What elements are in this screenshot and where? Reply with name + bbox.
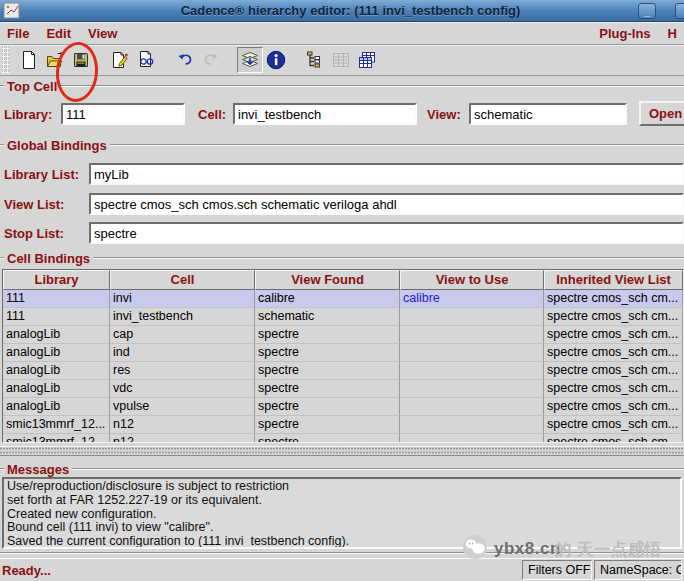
cell-library[interactable]: analogLib: [3, 380, 110, 398]
new-file-button[interactable]: [16, 47, 42, 73]
menu-item[interactable]: View: [88, 26, 117, 41]
cell-library[interactable]: analogLib: [3, 362, 110, 380]
tree-view-icon: [305, 50, 325, 70]
cell-view-found[interactable]: spectre: [255, 326, 400, 344]
edit-cellview-button[interactable]: [107, 47, 133, 73]
stop-list-input[interactable]: [89, 222, 684, 244]
cell-view-to-use[interactable]: [400, 344, 544, 362]
column-header[interactable]: Cell: [110, 270, 255, 290]
bottom-divider: [0, 552, 684, 554]
cell-view-found[interactable]: spectre: [255, 398, 400, 416]
top-cell-section-header: Top Cell: [0, 79, 684, 93]
update-hierarchy-button[interactable]: [237, 47, 263, 73]
cell-bindings-table[interactable]: Library Cell View Found View to Use Inhe…: [2, 269, 684, 443]
menu-item-right[interactable]: H: [668, 26, 677, 41]
cellview-table-button[interactable]: [354, 47, 380, 73]
window-title: Cadence® hierarchy editor: (111 invi_tes…: [20, 3, 681, 18]
cell-view-found[interactable]: calibre: [255, 290, 400, 308]
cell-cell[interactable]: vpulse: [110, 398, 255, 416]
cell-inherited-view-list[interactable]: spectre cmos_sch cm...: [544, 362, 683, 380]
redo-icon: [201, 50, 221, 70]
cell-cell[interactable]: vdc: [110, 380, 255, 398]
minimize-button[interactable]: _: [638, 3, 656, 19]
cell-view-to-use[interactable]: [400, 434, 544, 443]
cell-library[interactable]: analogLib: [3, 326, 110, 344]
cell-view-found[interactable]: schematic: [255, 308, 400, 326]
toolbar-grip[interactable]: [2, 47, 9, 73]
cell-view-to-use[interactable]: [400, 362, 544, 380]
save-button[interactable]: [68, 47, 94, 73]
messages-section-header: Messages: [0, 462, 684, 476]
message-line: Use/reproduction/disclosure is subject t…: [7, 480, 677, 494]
cell-inherited-view-list[interactable]: spectre cmos_sch cm...: [544, 308, 683, 326]
column-header[interactable]: View Found: [255, 270, 400, 290]
cell-view-to-use[interactable]: [400, 416, 544, 434]
cadence-hierarchy-editor-window: Cadence® hierarchy editor: (111 invi_tes…: [0, 0, 684, 581]
undo-button[interactable]: [172, 47, 198, 73]
cell-cell[interactable]: res: [110, 362, 255, 380]
filters-status[interactable]: Filters OFF: [522, 560, 592, 580]
status-ready-text: Ready...: [2, 563, 51, 578]
cell-library[interactable]: 111: [3, 308, 110, 326]
cell-library[interactable]: analogLib: [3, 344, 110, 362]
cell-view-to-use[interactable]: [400, 326, 544, 344]
view-cellview-button[interactable]: [133, 47, 159, 73]
open-file-button[interactable]: [42, 47, 68, 73]
cell-inherited-view-list[interactable]: spectre cmos_sch cm...: [544, 416, 683, 434]
cell-inherited-view-list[interactable]: spectre cmos_sch cm...: [544, 290, 683, 308]
cell-library[interactable]: smic13mmrf_12...: [3, 416, 110, 434]
cell-view-found[interactable]: spectre: [255, 344, 400, 362]
cell-cell[interactable]: invi_testbench: [110, 308, 255, 326]
cell-inherited-view-list[interactable]: spectre cmos_sch cm...: [544, 344, 683, 362]
cell-inherited-view-list[interactable]: spectre cmos_sch cm...: [544, 380, 683, 398]
cell-library[interactable]: 111: [3, 290, 110, 308]
view-cellview-icon: [136, 50, 156, 70]
column-header[interactable]: Inherited View List: [544, 270, 683, 290]
stop-list-label: Stop List:: [4, 226, 64, 241]
column-header[interactable]: View to Use: [400, 270, 544, 290]
menu-item[interactable]: Edit: [46, 26, 71, 41]
redo-button[interactable]: [198, 47, 224, 73]
library-list-input[interactable]: [89, 163, 684, 185]
global-bindings-section-header: Global Bindings: [0, 138, 684, 152]
cell-cell[interactable]: cap: [110, 326, 255, 344]
cell-inherited-view-list[interactable]: spectre cmos_sch cm...: [544, 398, 683, 416]
cell-cell[interactable]: n12: [110, 434, 255, 443]
cell-input[interactable]: [233, 103, 417, 125]
menu-item-right[interactable]: Plug-Ins: [599, 26, 650, 41]
view-list-label: View List:: [4, 197, 64, 212]
library-input[interactable]: [61, 103, 185, 125]
cell-view-found[interactable]: spectre: [255, 380, 400, 398]
update-hierarchy-icon: [240, 50, 260, 70]
cell-inherited-view-list[interactable]: spectre cmos_sch cm...: [544, 434, 683, 443]
cell-view-found[interactable]: spectre: [255, 434, 400, 443]
cell-cell[interactable]: invi: [110, 290, 255, 308]
cell-view-to-use[interactable]: [400, 308, 544, 326]
column-header[interactable]: Library: [3, 270, 110, 290]
cell-view-to-use[interactable]: calibre: [400, 290, 544, 308]
maximize-button[interactable]: [675, 3, 684, 19]
cell-view-found[interactable]: spectre: [255, 416, 400, 434]
view-label: View:: [427, 107, 461, 122]
view-list-input[interactable]: [89, 193, 684, 215]
cell-inherited-view-list[interactable]: spectre cmos_sch cm...: [544, 326, 683, 344]
title-bar[interactable]: Cadence® hierarchy editor: (111 invi_tes…: [0, 0, 684, 22]
open-button[interactable]: Open: [639, 101, 684, 126]
table-view-button[interactable]: [328, 47, 354, 73]
view-input[interactable]: [469, 103, 627, 125]
cell-cell[interactable]: n12: [110, 416, 255, 434]
cellview-table-icon: [357, 50, 377, 70]
menu-item[interactable]: File: [7, 26, 29, 41]
tree-view-button[interactable]: [302, 47, 328, 73]
cell-view-to-use[interactable]: [400, 380, 544, 398]
cell-cell[interactable]: ind: [110, 344, 255, 362]
namespace-status[interactable]: NameSpace: C: [594, 560, 682, 580]
cell-bindings-label: Cell Bindings: [4, 251, 93, 266]
splitter-sash[interactable]: [0, 446, 684, 456]
cell-view-to-use[interactable]: [400, 398, 544, 416]
cell-library[interactable]: analogLib: [3, 398, 110, 416]
info-button[interactable]: [263, 47, 289, 73]
cell-library[interactable]: smic13mmrf_12...: [3, 434, 110, 443]
messages-log[interactable]: Use/reproduction/disclosure is subject t…: [2, 477, 682, 549]
cell-view-found[interactable]: spectre: [255, 362, 400, 380]
